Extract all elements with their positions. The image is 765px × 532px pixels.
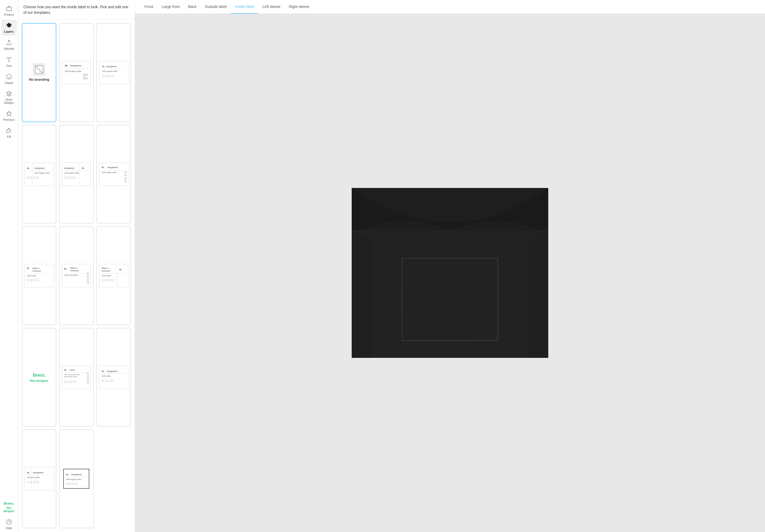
template-2[interactable]: XL Bangladesh 100% organic cotton ☐ ☐ ☐ … <box>96 23 131 122</box>
svg-rect-29 <box>24 162 54 185</box>
template-5[interactable]: XL Bangladesh 100% organic cotton ⊡ ⊡ ⊡ … <box>96 125 131 224</box>
garment-svg <box>352 188 548 358</box>
svg-text:⊡: ⊡ <box>124 170 126 173</box>
svg-rect-0 <box>6 7 11 11</box>
svg-text:⊡: ⊡ <box>87 272 89 275</box>
svg-text:⊡: ⊡ <box>86 73 88 76</box>
panel-header-text: Choose how you want the inside label to … <box>23 5 128 15</box>
template-grid: No branding XL Bangladesh 100% organic c… <box>18 19 135 532</box>
svg-text:⊡: ⊡ <box>124 176 126 179</box>
canvas-wrapper <box>135 14 765 532</box>
svg-text:☐ ☐ ☐ ☐: ☐ ☐ ☐ ☐ <box>102 379 113 382</box>
template-9[interactable]: XL Latvia 15% recycled polyester 85% org… <box>59 328 94 427</box>
template-panel: Choose how you want the inside label to … <box>18 0 135 532</box>
svg-text:100% organic cotton: 100% organic cotton <box>102 70 117 73</box>
template-8[interactable]: Made in Honduras XL 100% cotton ☐ ☐ ☐ ☐ <box>96 226 131 325</box>
svg-text:100% cotton: 100% cotton <box>102 275 111 277</box>
sidebar-item-label-fill: Fill <box>7 135 11 138</box>
svg-rect-36 <box>62 162 91 185</box>
svg-text:⊡: ⊡ <box>83 77 86 80</box>
svg-text:Bangladesh: Bangladesh <box>33 471 43 474</box>
template-3[interactable]: XL Bangladesh 100% organic cotton ☐ ☐ ☐ … <box>22 125 56 224</box>
svg-text:Made in: Made in <box>32 267 39 269</box>
main-content: Choose how you want the inside label to … <box>18 0 765 532</box>
tab-right-sleeve[interactable]: Right sleeve <box>285 0 314 14</box>
fiverr-logo: fiverr. <box>4 501 14 506</box>
template-1[interactable]: XL Bangladesh 100% organic cotton ⊡ ⊡ ⊡ … <box>59 23 94 122</box>
tab-front[interactable]: Front <box>140 0 158 14</box>
tab-large-front[interactable]: Large front <box>158 0 184 14</box>
sidebar-item-label-quick-designs: Quick Designs <box>2 98 16 105</box>
svg-rect-23 <box>99 61 128 84</box>
svg-text:☐ ☐ ☐ ☐: ☐ ☐ ☐ ☐ <box>27 279 39 282</box>
svg-text:☐ ☐ ☐ ☐: ☐ ☐ ☐ ☐ <box>64 176 76 179</box>
fiverr-card-logo: fiverr. <box>33 373 45 378</box>
svg-text:XL: XL <box>102 65 105 68</box>
template-4[interactable]: Bangladesh XL 100% organic cotton ☐ ☐ ☐ … <box>59 125 94 224</box>
panel-header: Choose how you want the inside label to … <box>18 0 135 19</box>
tab-outside-label[interactable]: Outside label <box>201 0 231 14</box>
template-fiverr[interactable]: fiverr. Hire designer <box>22 328 56 427</box>
svg-text:M: M <box>27 267 29 269</box>
svg-text:XL: XL <box>64 369 67 371</box>
template-10[interactable]: XL Bangladesh 100% cotton ☐ ☐ ☐ ☐ <box>96 328 131 427</box>
svg-text:⊡: ⊡ <box>124 174 126 176</box>
sidebar-item-product[interactable]: Product <box>1 3 17 19</box>
fill-icon <box>5 127 13 134</box>
svg-text:XL: XL <box>119 268 122 271</box>
tab-left-sleeve[interactable]: Left sleeve <box>258 0 285 14</box>
text-icon <box>5 56 13 64</box>
template-12[interactable]: XL Bangladesh 100% organic cotton ☐ ☐ ☐ … <box>59 429 94 528</box>
svg-text:100% 100% cotton: 100% 100% cotton <box>64 275 78 276</box>
svg-text:XL: XL <box>64 268 67 270</box>
svg-rect-108 <box>352 230 548 358</box>
svg-text:18% arctic cotton: 18% arctic cotton <box>27 476 40 478</box>
svg-text:XL: XL <box>82 167 85 169</box>
premium-icon <box>5 110 13 117</box>
svg-text:☐ ☐ ☐ ☐: ☐ ☐ ☐ ☐ <box>27 176 39 179</box>
svg-text:Bangladesh: Bangladesh <box>64 167 75 169</box>
tab-back[interactable]: Back <box>184 0 201 14</box>
quick-designs-icon <box>5 90 13 98</box>
layers-icon <box>5 22 13 29</box>
svg-text:100% organic cotton: 100% organic cotton <box>102 171 117 173</box>
svg-text:☐ ☐ ☐ ☐: ☐ ☐ ☐ ☐ <box>64 381 76 383</box>
template-6[interactable]: M Made in Honduras 100% cotton ☐ ☐ ☐ ☐ <box>22 226 56 325</box>
sidebar-item-text[interactable]: Text <box>1 54 17 70</box>
svg-marker-8 <box>6 111 11 116</box>
template-7[interactable]: XL Made in Honduras 100% 100% cotton ⊡ ⊡… <box>59 226 94 325</box>
sidebar-item-label-layers: Layers <box>4 30 14 33</box>
svg-text:100% organic cotton: 100% organic cotton <box>35 172 50 174</box>
sidebar-item-layers[interactable]: Layers <box>1 20 17 36</box>
template-no-branding[interactable]: No branding <box>22 23 56 122</box>
svg-rect-88 <box>99 366 128 389</box>
svg-text:Honduras: Honduras <box>70 269 79 272</box>
svg-point-5 <box>6 74 11 79</box>
svg-text:⊡: ⊡ <box>87 372 89 375</box>
sidebar-item-premium[interactable]: Premium <box>1 108 17 124</box>
sidebar-item-quick-designs[interactable]: Quick Designs <box>1 88 17 107</box>
tab-inside-label[interactable]: Inside label <box>231 0 258 14</box>
garment-canvas <box>352 188 548 358</box>
svg-line-9 <box>7 128 9 131</box>
svg-text:Made in: Made in <box>70 267 77 269</box>
sidebar-item-clipart[interactable]: Clipart <box>1 71 17 87</box>
svg-text:XL: XL <box>102 370 104 373</box>
template-11[interactable]: XL Bangladesh 18% arctic cotton ☐ ☐ ☐ ☐ <box>22 429 56 528</box>
svg-text:⊡: ⊡ <box>87 278 89 281</box>
svg-text:XL: XL <box>65 64 68 67</box>
sidebar-item-label-uploads: Uploads <box>3 47 14 51</box>
sidebar-item-fill[interactable]: Fill <box>1 125 17 141</box>
svg-text:Made in: Made in <box>102 267 108 269</box>
help-icon <box>5 518 13 526</box>
product-icon <box>5 5 13 12</box>
sidebar-item-label-clipart: Clipart <box>5 81 13 85</box>
no-branding-icon <box>33 64 45 75</box>
sidebar-item-help[interactable]: Help <box>1 516 17 532</box>
svg-text:100% organic cotton: 100% organic cotton <box>64 172 80 174</box>
sidebar-item-uploads[interactable]: Uploads <box>1 37 17 53</box>
sidebar: Product Layers Uploads <box>0 0 18 532</box>
svg-text:15% recycled polyester: 15% recycled polyester <box>64 374 80 376</box>
svg-text:⊡: ⊡ <box>124 180 126 183</box>
sidebar-item-fiverr[interactable]: fiverr. Hire designer <box>1 499 17 515</box>
